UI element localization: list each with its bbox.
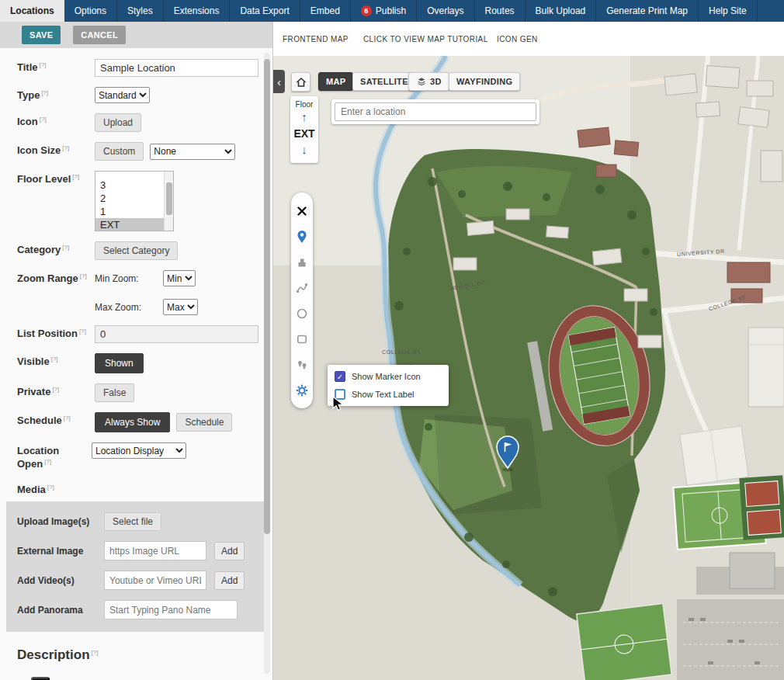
list-position-help[interactable]: [?] [79, 328, 86, 335]
icon-size-select[interactable]: None [150, 144, 235, 160]
visible-row: Visible[?] Shown [17, 353, 258, 373]
frontend-map-link[interactable]: FRONTEND MAP [283, 35, 349, 43]
video-url-input[interactable] [104, 571, 206, 590]
map-tutorial-link[interactable]: CLICK TO VIEW MAP TUTORIAL [363, 35, 488, 43]
polyline-tool-button[interactable] [292, 275, 312, 300]
redo-button[interactable]: ↷ [87, 675, 115, 680]
save-button[interactable]: SAVE [22, 26, 61, 44]
show-marker-icon-checkbox[interactable] [335, 371, 345, 382]
map-view-button[interactable]: MAP [318, 72, 353, 91]
schedule-help[interactable]: [?] [64, 415, 71, 422]
icon-gen-link[interactable]: ICON GEN [497, 35, 538, 43]
floor-option[interactable]: 2 [95, 192, 173, 205]
tab-embed[interactable]: Embed [300, 0, 351, 22]
floor-option-clipped[interactable] [95, 172, 173, 179]
private-help[interactable]: [?] [52, 386, 59, 393]
tab-overlays[interactable]: Overlays [417, 0, 474, 22]
map-canvas[interactable]: College St Newell Dr University Dr Colle… [273, 56, 784, 680]
type-label: Type[?] [17, 87, 95, 102]
title-help[interactable]: [?] [40, 61, 47, 68]
wayfinding-button[interactable]: WAYFINDING [449, 72, 520, 91]
show-text-label-checkbox[interactable] [335, 389, 345, 400]
panel-scrollbar[interactable] [264, 53, 270, 674]
panel-scrollbar-thumb[interactable] [264, 59, 270, 534]
location-editor-panel: SAVE CANCEL Title[?] Type[?] Standard Ic… [0, 22, 273, 680]
multimarker-tool-button[interactable] [292, 352, 312, 377]
cancel-button[interactable]: CANCEL [73, 26, 126, 44]
italic-button[interactable]: I [143, 675, 171, 680]
location-open-help[interactable]: [?] [44, 458, 51, 465]
icon-help[interactable]: [?] [40, 116, 47, 123]
floor-option[interactable]: 3 [95, 179, 173, 192]
show-text-label-row[interactable]: Show Text Label [335, 389, 442, 400]
tab-options[interactable]: Options [64, 0, 117, 22]
select-file-button[interactable]: Select file [104, 512, 161, 531]
layers-icon [416, 76, 427, 87]
type-select[interactable]: Standard [95, 87, 150, 103]
tab-extensions[interactable]: Extensions [164, 0, 231, 22]
location-open-select[interactable]: Location Display [92, 442, 186, 459]
floor-level-listbox[interactable]: 3 2 1 EXT [95, 171, 174, 231]
category-help[interactable]: [?] [62, 244, 69, 251]
zoom-range-label: Zoom Range[?] [17, 270, 95, 286]
rectangle-tool-button[interactable] [292, 326, 312, 352]
editor-action-bar: SAVE CANCEL [0, 22, 272, 48]
location-search-input[interactable] [335, 102, 536, 121]
circle-tool-button[interactable] [292, 300, 312, 326]
practice-field [577, 604, 671, 680]
icon-upload-button[interactable]: Upload [95, 113, 141, 132]
street-label-college-st-west: College St [382, 349, 421, 355]
location-form: Title[?] Type[?] Standard Icon[?] Upload… [0, 48, 272, 497]
undo-button[interactable]: ↶ [59, 675, 87, 680]
type-help[interactable]: [?] [41, 89, 48, 96]
bold-button[interactable]: B [115, 675, 143, 680]
ai-button[interactable]: AI [31, 677, 50, 680]
external-image-add-button[interactable]: Add [214, 542, 245, 560]
panel-collapse-handle[interactable]: ‹ [273, 70, 285, 93]
icon-size-custom-button[interactable]: Custom [95, 142, 144, 161]
floor-option[interactable]: 1 [95, 205, 173, 218]
tab-bulk-upload[interactable]: Bulk Upload [526, 0, 597, 22]
underline-button[interactable]: U [171, 675, 199, 680]
video-add-button[interactable]: Add [214, 571, 245, 590]
marker-tool-button[interactable] [292, 224, 312, 249]
settings-tool-button[interactable] [292, 377, 312, 403]
min-zoom-select[interactable]: Min [163, 270, 196, 286]
external-image-input[interactable] [104, 541, 206, 560]
threed-view-button[interactable]: 3D [408, 72, 449, 91]
external-image-label: External Image [17, 546, 104, 557]
private-false-button[interactable]: False [95, 383, 134, 402]
floor-up-button[interactable]: ↑ [301, 109, 307, 126]
schedule-always-show-button[interactable]: Always Show [95, 412, 170, 432]
building-tool-button[interactable] [292, 249, 312, 275]
max-zoom-select[interactable]: Max [163, 299, 198, 315]
tab-publish[interactable]: 6 Publish [351, 0, 417, 22]
icon-size-help[interactable]: [?] [62, 144, 69, 151]
close-tool-button[interactable] [292, 198, 312, 224]
panorama-input[interactable] [104, 600, 238, 619]
floor-option-selected[interactable]: EXT [95, 218, 173, 231]
tab-generate-print-map[interactable]: Generate Print Map [596, 0, 699, 22]
tab-routes[interactable]: Routes [475, 0, 526, 22]
visible-help[interactable]: [?] [51, 356, 58, 363]
satellite-view-button[interactable]: SATELLITE [352, 72, 416, 91]
tab-locations[interactable]: Locations [0, 0, 64, 22]
show-marker-icon-row[interactable]: Show Marker Icon [335, 371, 442, 382]
list-position-input[interactable] [95, 325, 258, 343]
floor-down-button[interactable]: ↓ [301, 141, 307, 158]
schedule-schedule-button[interactable]: Schedule [176, 413, 232, 432]
title-input[interactable] [95, 59, 258, 77]
description-help[interactable]: [?] [92, 649, 99, 656]
floor-level-help[interactable]: [?] [72, 173, 79, 180]
home-button[interactable] [291, 72, 310, 92]
zoom-range-help[interactable]: [?] [80, 272, 87, 279]
media-help[interactable]: [?] [47, 484, 54, 491]
more-formatting-button[interactable]: ⋯ [217, 675, 245, 680]
visible-shown-button[interactable]: Shown [95, 353, 144, 373]
tab-styles[interactable]: Styles [117, 0, 164, 22]
floor-listbox-scrollbar[interactable] [164, 172, 173, 231]
select-category-button[interactable]: Select Category [95, 241, 178, 260]
upload-images-row: Upload Image(s) Select file [17, 512, 255, 531]
tab-data-export[interactable]: Data Export [230, 0, 300, 22]
tab-help-site[interactable]: Help Site [699, 0, 758, 22]
